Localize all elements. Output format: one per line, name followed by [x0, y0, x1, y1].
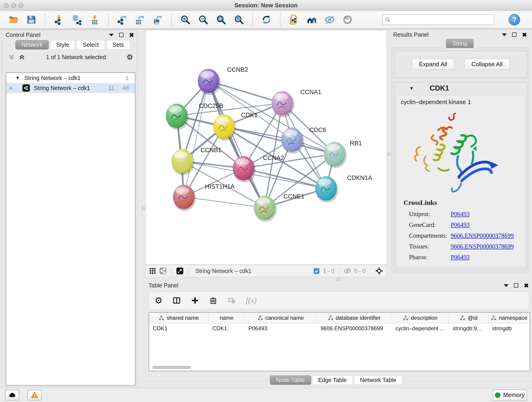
network-edge[interactable]	[184, 81, 209, 197]
warnings-button[interactable]	[27, 390, 42, 400]
tab-sets[interactable]: Sets	[106, 40, 130, 50]
hide-selection-button[interactable]	[324, 14, 336, 26]
help-button[interactable]: ?	[509, 14, 520, 26]
birds-eye-view-icon[interactable]	[176, 267, 184, 275]
panel-close-icon[interactable]: ✖	[522, 32, 527, 38]
export-image-button[interactable]	[152, 14, 164, 26]
string-home-button[interactable]	[306, 14, 317, 26]
selected-nodes-edges-count: 1 - 0	[323, 268, 334, 274]
column-header--id[interactable]: @id	[449, 313, 488, 323]
network-tree: ▼ String Network – cdk1 1 ● String Netwo…	[6, 72, 135, 385]
cell-description[interactable]: cyclin–dependent ...	[392, 323, 449, 333]
panel-float-icon[interactable]	[512, 32, 516, 37]
import-network-from-database-button[interactable]	[71, 14, 82, 26]
share-document-button[interactable]	[288, 14, 300, 26]
collapse-all-icon[interactable]	[8, 54, 15, 61]
tab-style[interactable]: Style	[50, 40, 75, 50]
import-network-from-file-button[interactable]	[53, 14, 65, 26]
cell--id[interactable]: stringdb:9...	[449, 323, 488, 333]
open-folder-icon	[8, 14, 19, 25]
crosslink-label: Compartments:	[401, 232, 451, 239]
tab-edge-table[interactable]: Edge Table	[312, 375, 353, 385]
import-table-from-file-button[interactable]	[89, 14, 100, 26]
panel-close-icon[interactable]: ✖	[129, 32, 134, 38]
panel-menu-icon[interactable]	[109, 34, 114, 36]
network-view-share-icon[interactable]	[159, 267, 167, 274]
cell-database-identifier[interactable]: 9606.ENSP00000378699	[317, 323, 392, 333]
column-header-namespace[interactable]: namespace	[488, 313, 530, 323]
expand-all-icon[interactable]	[19, 54, 25, 61]
network-row-selected[interactable]: ● String Network – cdk1 11 48	[6, 83, 135, 93]
cell-name[interactable]: CDK1	[209, 323, 245, 333]
network-view-canvas[interactable]: CCNB2CCNA1CDC25BCDK1CDC6RB1CCNB1CCNA2CDK…	[146, 30, 387, 265]
node-label: CCNB1	[201, 147, 222, 153]
column-header-database-identifier[interactable]: database identifier	[317, 313, 392, 323]
left-splitter-handle[interactable]	[141, 206, 145, 210]
collapse-all-button[interactable]: Collapse All	[464, 59, 510, 70]
zoom-selected-button[interactable]	[233, 14, 245, 26]
show-columns-icon[interactable]	[172, 296, 181, 305]
cloud-status-button[interactable]	[5, 390, 19, 400]
gene-entry-header[interactable]: ▼ CDK1	[394, 82, 527, 94]
delete-column-trash-icon[interactable]	[209, 296, 217, 305]
zoom-in-button[interactable]	[180, 14, 191, 26]
fit-selected-crosshair-icon[interactable]	[375, 267, 383, 275]
table-row[interactable]: CDK1CDK1P064939606.ENSP00000378699cyclin…	[149, 323, 530, 333]
crosslink-link[interactable]: P06493	[451, 254, 470, 261]
search-input[interactable]	[382, 14, 494, 25]
crosslink-row: Compartments:9606.ENSP00000378699	[401, 230, 521, 241]
crosslink-link[interactable]: 9606.ENSP00000378699	[451, 232, 514, 239]
collection-count: 1	[125, 75, 135, 81]
panel-float-icon[interactable]	[119, 33, 123, 37]
column-header-shared-name[interactable]: shared name	[149, 313, 209, 323]
open-session-button[interactable]	[8, 14, 19, 26]
tab-node-table[interactable]: Node Table	[270, 375, 311, 385]
search-icon	[385, 17, 391, 23]
tab-select[interactable]: Select	[76, 40, 105, 50]
column-type-icon	[403, 315, 409, 321]
node-glass-effect-button[interactable]	[342, 14, 353, 26]
network-graph[interactable]: CCNB2CCNA1CDC25BCDK1CDC6RB1CCNB1CCNA2CDK…	[146, 30, 387, 265]
gray-orb-icon	[342, 14, 353, 25]
selected-count-checkbox-icon[interactable]	[313, 268, 320, 274]
entry-expander-icon[interactable]: ▼	[409, 86, 414, 91]
tab-network[interactable]: Network	[15, 40, 49, 50]
toolbar-search	[382, 14, 494, 25]
crosslink-link[interactable]: P06493	[451, 221, 470, 229]
grid-view-icon[interactable]	[149, 268, 156, 274]
collection-expander-icon[interactable]: ▼	[15, 75, 20, 81]
crosslink-link[interactable]: P06493	[451, 211, 470, 218]
cell-namespace[interactable]: stringdb	[488, 323, 530, 333]
help-label: ?	[512, 16, 517, 24]
network-options-gear-icon[interactable]: ⚙	[127, 53, 133, 61]
node-label: RB1	[350, 140, 362, 147]
panel-float-icon[interactable]	[514, 283, 518, 288]
memory-button[interactable]: Memory	[493, 389, 527, 401]
cell-shared-name[interactable]: CDK1	[149, 323, 209, 333]
apply-layout-button[interactable]	[261, 14, 272, 26]
table-options-gear-icon[interactable]: ⚙	[155, 296, 162, 305]
panel-menu-icon[interactable]	[504, 284, 508, 287]
hidden-count-eye-slash-icon[interactable]	[344, 267, 351, 274]
export-table-button[interactable]	[134, 14, 146, 26]
network-collection-row[interactable]: ▼ String Network – cdk1 1	[6, 73, 135, 83]
column-header-description[interactable]: description	[392, 313, 449, 323]
cell-canonical-name[interactable]: P06493	[245, 323, 317, 333]
create-column-plus-icon[interactable]	[191, 296, 199, 305]
table-horizontal-scrollbar[interactable]	[152, 366, 191, 369]
expand-all-button[interactable]: Expand All	[412, 59, 454, 70]
save-session-button[interactable]	[26, 14, 37, 26]
tab-network-table[interactable]: Network Table	[354, 375, 402, 385]
zoom-out-button[interactable]	[197, 14, 209, 26]
table-panel-title: Table Panel	[148, 282, 504, 289]
panel-close-icon[interactable]: ✖	[524, 283, 529, 288]
column-header-canonical-name[interactable]: canonical name	[245, 313, 317, 323]
tab-string[interactable]: String	[446, 39, 473, 48]
crosslink-label: Uniprot:	[401, 211, 451, 218]
panel-menu-icon[interactable]	[502, 33, 507, 36]
export-network-button[interactable]	[116, 14, 128, 26]
zoom-fit-button[interactable]	[215, 14, 227, 26]
crosslink-link[interactable]: 9606.ENSP00000378699	[451, 243, 514, 250]
column-header-name[interactable]: name	[209, 313, 245, 323]
network-selection-status: 1 of 1 Network selected	[25, 54, 127, 61]
